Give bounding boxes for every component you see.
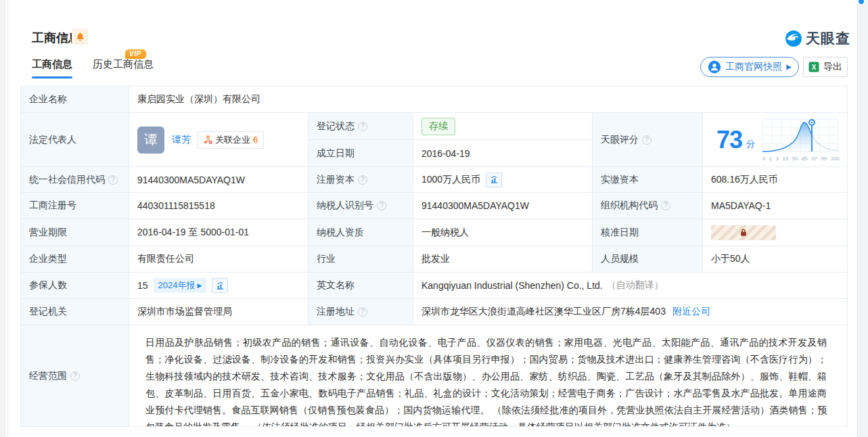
help-icon[interactable]: ? [108,175,118,185]
org-chart-icon [204,135,212,144]
field-value: MA5DAYAQ-1 [711,200,771,211]
table-row: 企业名称 康启园实业（深圳）有限公司 [21,87,847,113]
field-label: 实缴资本 [601,174,639,186]
field-value: 2016-04-19 [421,148,470,159]
field-label: 天眼评分 [601,134,639,146]
active-tab-underline [32,76,72,78]
excel-icon: X [808,62,819,72]
field-label: 核准日期 [601,227,639,239]
official-snapshot-button[interactable]: 工商官网快照 ▶ [700,57,799,77]
field-label: 纳税人资质 [317,227,364,239]
bar-chart-icon [216,281,225,290]
field-label: 注册地址 [317,306,355,318]
table-row: 参保人数 15 2024年报 ▶ 英文名称 Kangqiyuan Industr… [21,273,847,299]
field-value: 深圳市市场监督管理局 [137,306,232,318]
vip-badge: VIP [125,49,146,59]
help-icon[interactable]: ? [358,307,367,317]
company-name-value: 康启园实业（深圳）有限公司 [137,93,260,106]
scrollbar[interactable] [857,0,868,437]
english-name-value: Kangqiyuan Industrial (Shenzhen) Co., Lt… [421,280,603,291]
table-row: 企业类型 有限责任公司 行业 批发业 人员规模 小于50人 [21,246,847,273]
field-label: 成立日期 [317,147,355,160]
auto-translate-note: （自动翻译） [607,279,664,292]
legal-rep-avatar[interactable]: 谭 [137,127,164,154]
table-row: 法定代表人 谭 谭芳 关联企业 6 登记状态 ? [21,113,847,167]
help-icon[interactable]: ? [70,371,80,381]
score-value: 73 [716,126,742,154]
table-row: 营业期限 2016-04-19 至 5000-01-01 纳税人资质 一般纳税人… [21,219,847,246]
field-label: 统一社会信用代码 [29,174,105,186]
field-label: 企业类型 [29,253,67,265]
annual-report-badge[interactable]: 2024年报 ▶ [154,278,207,293]
tab-business-info[interactable]: 工商信息 [32,58,72,78]
status-date-subtable: 登记状态 ? 存续 成立日期 2016-04-19 [309,113,593,166]
help-icon[interactable]: ? [377,201,386,210]
field-value: 440301115815518 [137,200,215,211]
field-label: 纳税人识别号 [317,200,373,212]
nearby-companies-link[interactable]: 附近公司 [672,306,710,318]
left-divider [7,0,8,437]
legal-rep-name-link[interactable]: 谭芳 [172,134,191,146]
insured-chart-button[interactable] [212,278,228,293]
status-badge: 存续 [421,118,455,135]
bar-chart-icon [490,175,499,184]
business-info-table: 企业名称 康启园实业（深圳）有限公司 法定代表人 谭 谭芳 关联企业 6 [20,86,848,427]
field-value: 608.16万人民币 [711,174,778,186]
capital-chart-button[interactable] [486,172,502,187]
tianyancha-logo-icon [785,30,802,47]
business-scope-value: 日用品及护肤品销售；初级农产品的销售；通讯设备、自动化设备、电子产品、仪器仪表的… [137,325,839,426]
score-distribution-chart: 0131550859799100 [760,118,842,162]
field-label: 企业名称 [29,93,67,106]
help-icon[interactable]: ? [661,201,670,210]
tianyan-score-cell: 73 分 [703,113,847,166]
insured-count-value: 15 [137,280,148,291]
field-label: 英文名称 [317,279,355,292]
field-label: 行业 [317,253,336,265]
tab-history-business-info[interactable]: 历史工商信息 VIP [93,58,154,78]
help-icon[interactable]: ? [358,175,367,185]
field-label: 登记机关 [29,306,67,318]
table-row: 统一社会信用代码 ? 91440300MA5DAYAQ1W 注册资本 ? 100… [21,167,847,193]
tianyancha-logo-text: 天眼查 [806,29,850,48]
table-row: 经营范围 ? 日用品及护肤品销售；初级农产品的销售；通讯设备、自动化设备、电子产… [21,325,847,426]
table-row: 工商注册号 440301115815518 纳税人识别号 ? 91440300M… [21,193,847,219]
field-value: 小于50人 [711,253,750,265]
field-label: 经营范围 [29,370,67,382]
score-axis: 0131550859799100 [762,156,840,162]
monitor-bell-button[interactable] [72,28,88,45]
bell-icon [75,32,85,42]
table-row: 登记机关 深圳市市场监督管理局 注册地址 ? 深圳市龙华区大浪街道高峰社区澳华工… [21,299,847,325]
field-label: 人员规模 [601,253,639,265]
tianyancha-logo: 天眼查 [785,29,850,48]
related-companies-badge[interactable]: 关联企业 6 [198,131,264,149]
address-value: 深圳市龙华区大浪街道高峰社区澳华工业区厂房7栋4层403 [421,306,666,318]
tab-bar: 工商信息 历史工商信息 VIP [32,58,174,78]
help-icon[interactable]: ? [358,122,367,131]
caret-right-icon: ▶ [198,282,202,289]
locked-value-placeholder[interactable] [711,225,776,240]
field-label: 工商注册号 [29,200,76,212]
caret-right-icon: ▶ [786,64,792,70]
field-label: 组织机构代码 [601,200,658,212]
field-label: 营业期限 [29,227,67,239]
field-value: 批发业 [421,253,450,265]
legal-rep-cell: 谭 谭芳 关联企业 6 [129,113,309,166]
field-value: 91440300MA5DAYAQ1W [137,175,245,185]
lock-icon [739,228,748,237]
field-label: 参保人数 [29,279,67,292]
export-button[interactable]: X 导出 [803,57,848,77]
field-value: 1000万人民币 [421,174,480,186]
field-value: 91440300MA5DAYAQ1W [421,200,529,211]
field-value: 一般纳税人 [421,227,469,239]
official-seal-icon [708,60,721,74]
page-left-edge [0,0,6,437]
field-label: 登记状态 [317,120,355,133]
svg-text:X: X [812,64,817,71]
field-value: 有限责任公司 [137,253,194,265]
field-value: 2016-04-19 至 5000-01-01 [137,227,249,239]
field-label: 法定代表人 [29,134,76,146]
help-icon[interactable]: ? [642,135,652,145]
field-label: 注册资本 [317,174,355,186]
